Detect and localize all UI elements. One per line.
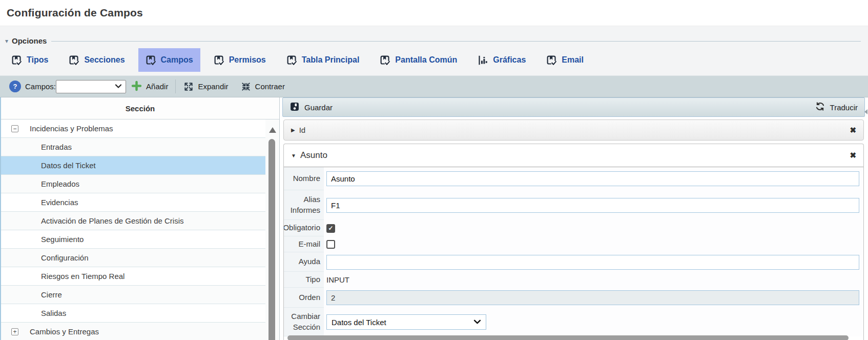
bookmark-check-icon: [214, 55, 224, 66]
form-row-alias-informes: Alias Informes: [284, 190, 863, 220]
tab-permisos[interactable]: Permisos: [206, 48, 273, 72]
save-button[interactable]: Guardar: [290, 102, 333, 113]
field-detail-panel: Guardar Traducir ▶ Id ✖: [282, 97, 865, 340]
title-bar: Configuración de Campos: [0, 0, 868, 26]
tab-label: Secciones: [84, 55, 125, 65]
bookmark-check-icon: [11, 55, 22, 66]
legend-divider: [51, 41, 861, 42]
section-id-header[interactable]: ▶ Id ✖: [283, 119, 864, 141]
bar-chart-icon: [478, 55, 488, 66]
expand-button[interactable]: Expandir: [183, 82, 228, 92]
tree-collapse-icon[interactable]: −: [11, 125, 18, 132]
app-window: Configuración de Campos ▾ Opciones Tipos…: [0, 0, 868, 340]
form-row-email: E-mail: [284, 236, 863, 252]
section-expanded-arrow-icon: ▼: [291, 153, 296, 158]
tab-label: Tipos: [27, 55, 48, 65]
orden-input: [326, 290, 859, 305]
section-id-title: Id: [299, 126, 306, 134]
tree-header: Sección: [1, 97, 279, 119]
add-button[interactable]: Añadir: [126, 81, 168, 93]
tab-tipos[interactable]: Tipos: [4, 48, 55, 72]
tab-label: Tabla Principal: [302, 55, 360, 65]
tipo-value: INPUT: [326, 275, 349, 284]
splitter-collapse-arrow[interactable]: [864, 109, 867, 114]
cambiar-seccion-select[interactable]: Datos del Ticket: [326, 314, 486, 330]
tree-item-entradas[interactable]: Entradas: [1, 138, 265, 156]
tab-label: Gráficas: [493, 55, 526, 65]
close-icon[interactable]: ✖: [850, 126, 856, 135]
tree-item-salidas[interactable]: Salidas: [1, 304, 265, 323]
tab-label: Permisos: [229, 55, 266, 65]
nombre-input[interactable]: [326, 171, 859, 186]
bookmark-check-icon: [546, 55, 557, 66]
collapse-arrow-icon[interactable]: ▾: [5, 37, 8, 45]
bookmark-check-icon: [286, 55, 297, 66]
tree-item-activacion-planes[interactable]: Activación de Planes de Gestión de Crisi…: [1, 212, 265, 230]
section-asunto-header[interactable]: ▼ Asunto ✖: [284, 144, 863, 167]
tree-item-cierre[interactable]: Cierre: [1, 286, 265, 304]
bookmark-check-icon: [146, 55, 156, 66]
horizontal-scrollbar-thumb[interactable]: [287, 335, 849, 340]
tree-item-evidencias[interactable]: Evidencias: [1, 193, 265, 212]
tab-email[interactable]: Email: [539, 48, 591, 72]
save-button-label: Guardar: [304, 103, 333, 112]
alias-informes-label: Alias Informes: [284, 190, 324, 220]
plus-icon: [131, 81, 142, 93]
help-icon[interactable]: ?: [9, 81, 21, 92]
bookmark-check-icon: [69, 55, 79, 66]
main-area: Sección − Incidencias y Problemas Entrad…: [0, 97, 868, 340]
tree-scrollbar-thumb[interactable]: [268, 139, 275, 340]
tree-body: − Incidencias y Problemas Entradas Datos…: [1, 119, 279, 340]
collapse-button[interactable]: Contraer: [241, 82, 285, 92]
tab-graficas[interactable]: Gráficas: [470, 48, 533, 72]
expand-button-label: Expandir: [198, 82, 228, 91]
tree-expand-icon[interactable]: +: [11, 328, 18, 335]
campos-select-label: Campos:: [25, 82, 56, 91]
form-row-obligatorio: Obligatorio: [284, 220, 863, 236]
obligatorio-checkbox[interactable]: [326, 224, 335, 233]
section-collapsed-arrow-icon: ▶: [291, 127, 295, 133]
ayuda-label: Ayuda: [284, 252, 324, 272]
translate-button-label: Traducir: [830, 103, 858, 112]
tab-label: Email: [562, 55, 584, 65]
ayuda-input[interactable]: [326, 255, 859, 270]
bookmark-check-icon: [380, 55, 390, 66]
tree-item-cambios-y-entregas[interactable]: + Cambios y Entregas: [1, 323, 265, 340]
collapse-arrows-icon: [241, 82, 251, 92]
form-row-nombre: Nombre: [284, 167, 863, 190]
email-checkbox[interactable]: [326, 240, 335, 249]
translate-button[interactable]: Traducir: [815, 101, 858, 113]
scroll-up-arrow-icon[interactable]: [269, 127, 276, 133]
options-panel: ▾ Opciones Tipos Secciones Camp: [0, 26, 868, 75]
tab-pantalla-comun[interactable]: Pantalla Común: [373, 48, 464, 72]
page-title: Configuración de Campos: [7, 7, 143, 19]
sections-tree-panel: Sección − Incidencias y Problemas Entrad…: [0, 97, 280, 340]
campos-select[interactable]: [56, 80, 126, 93]
tab-tabla-principal[interactable]: Tabla Principal: [279, 48, 367, 72]
tab-campos[interactable]: Campos: [138, 48, 200, 72]
tree-item-empleados[interactable]: Empleados: [1, 175, 265, 193]
tipo-label: Tipo: [284, 272, 324, 288]
options-legend: Opciones: [12, 36, 47, 45]
form-row-ayuda: Ayuda: [284, 252, 863, 272]
cambiar-seccion-value: Datos del Ticket: [332, 318, 386, 327]
add-button-label: Añadir: [146, 82, 168, 91]
tree-item-riesgos-tiempo-real[interactable]: Riesgos en Tiempo Real: [1, 267, 265, 286]
tree-item-configuracion[interactable]: Configuración: [1, 249, 265, 267]
form-row-cambiar-seccion: Cambiar Sección Datos del Ticket: [284, 308, 863, 336]
orden-label: Orden: [284, 288, 324, 308]
save-icon: [290, 102, 300, 113]
options-legend-row: ▾ Opciones: [0, 26, 868, 45]
obligatorio-label: Obligatorio: [284, 220, 324, 236]
alias-informes-input[interactable]: [326, 198, 859, 213]
tree-item-datos-del-ticket[interactable]: Datos del Ticket: [1, 156, 265, 175]
tree-item-seguimiento[interactable]: Seguimiento: [1, 230, 265, 249]
close-icon[interactable]: ✖: [850, 151, 856, 160]
tree-item-incidencias-y-problemas[interactable]: − Incidencias y Problemas: [1, 119, 265, 138]
translate-refresh-icon: [815, 101, 825, 113]
chevron-down-icon: [473, 319, 481, 325]
tab-secciones[interactable]: Secciones: [61, 48, 132, 72]
tree-scrollbar[interactable]: [265, 119, 279, 340]
section-asunto: ▼ Asunto ✖ Nombre Alias Informes: [283, 144, 864, 340]
cambiar-seccion-label: Cambiar Sección: [284, 308, 324, 336]
